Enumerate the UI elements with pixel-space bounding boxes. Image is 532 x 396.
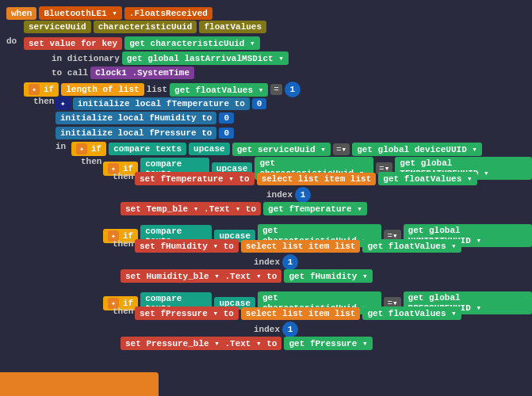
init-pressure-row[interactable]: initialize local fPressure to 0 [55,127,234,139]
list-label: list [147,85,167,94]
do-keyword: do [6,36,17,46]
init-humidity-row[interactable]: initialize local fHumidity to 0 [55,112,234,124]
if-service-block[interactable]: ✦ if [71,142,106,156]
then-pressure-label-row: then [113,307,133,316]
init-temp-icon: ✦ [55,97,71,110]
set-temp-ble-row[interactable]: set Temp_ble ▾ .Text ▾ to get fTemperatu… [121,202,367,215]
then-temp-label: then [113,172,133,181]
index-temp-value[interactable]: 1 [295,187,311,203]
get-float-values-temp[interactable]: get floatValues ▾ [378,172,477,185]
then-service-uuid: then [81,157,101,166]
set-humidity-ble-block[interactable]: set Humidity_ble ▾ .Text ▾ to [121,269,281,283]
eq-operator: = [270,84,282,95]
upcase-1[interactable]: upcase [189,143,230,155]
then-humidity-label: then [113,239,133,249]
get-characteristic-uuid[interactable]: get characteristicUuid ▾ [124,36,259,50]
outer-then-row: then [33,97,54,106]
init-pressure-block[interactable]: initialize local fPressure to [55,127,216,139]
index-humidity-label: index [254,257,280,267]
in-keyword: in [55,142,66,151]
when-keyword: when [6,7,36,20]
get-float-values-outer[interactable]: get floatValues ▾ [170,83,268,97]
set-fhumidity-row[interactable]: set fHumidity ▾ to select list item list… [135,239,461,253]
set-pressure-ble-block[interactable]: set Pressure_ble ▾ .Text ▾ to [121,337,281,350]
then-pressure-label: then [113,307,133,316]
index-humidity-value[interactable]: 1 [282,254,298,270]
select-list-item-temp[interactable]: select list item list [257,173,377,185]
pressure-zero[interactable]: 0 [219,128,234,139]
set-ftemp-block[interactable]: set fTemperature ▾ to [135,172,255,185]
bluetooth-component[interactable]: BluetoothLE1 ▾ [39,6,121,20]
set-ftemp-row[interactable]: set fTemperature ▾ to select list item l… [135,172,477,185]
length-of-list[interactable]: length of list [61,83,144,96]
set-fhumidity-block[interactable]: set fHumidity ▾ to [135,239,239,253]
get-service-uuid[interactable]: get serviceUuid ▾ [232,143,331,156]
then-temp-label-row: then [113,172,133,181]
index-temp-label: index [266,190,293,200]
set-pressure-ble-row[interactable]: set Pressure_ble ▾ .Text ▾ to get fPress… [121,337,373,350]
param-service-uuid[interactable]: serviceUuid [24,21,91,33]
select-list-item-humidity[interactable]: select list item list [241,240,361,253]
get-float-values-humidity[interactable]: get floatValues ▾ [362,239,461,253]
bottom-close-block [0,372,159,396]
clock-system-time[interactable]: Clock1 .SystemTime [90,67,194,79]
get-fpressure-block[interactable]: get fPressure ▾ [284,337,372,350]
to-call-row[interactable]: to call Clock1 .SystemTime [52,67,194,79]
do-row: do [6,36,17,46]
floats-received-event[interactable]: .FloatsReceived [124,7,212,20]
set-temp-ble-block[interactable]: set Temp_ble ▾ .Text ▾ to [121,202,261,215]
index-pressure-label: index [254,325,280,334]
get-fhumidity-block[interactable]: get fHumidity ▾ [284,269,372,283]
outer-if-block[interactable]: ✦ if [24,82,59,97]
index-humidity-row: index 1 [254,254,298,270]
in-dictionary-label: in dictionary [52,54,120,63]
to-label: to call [52,68,88,78]
get-float-values-pressure[interactable]: get floatValues ▾ [362,307,461,320]
get-device-uuid[interactable]: get global deviceUUID ▾ [352,143,482,156]
set-fpressure-row[interactable]: set fPressure ▾ to select list item list… [135,307,461,320]
init-temp-row[interactable]: ✦ initialize local fTemperature to 0 [55,97,266,110]
param-characteristic-uuid[interactable]: characteristicUuid [94,21,197,33]
set-value-row[interactable]: set value for key get characteristicUuid… [24,36,260,50]
then-humidity-label-row: then [113,239,133,249]
select-list-item-pressure[interactable]: select list item list [241,307,361,320]
set-humidity-ble-row[interactable]: set Humidity_ble ▾ .Text ▾ to get fHumid… [121,269,373,283]
number-1[interactable]: 1 [285,82,300,97]
set-value-key-block[interactable]: set value for key [24,37,122,50]
in-dictionary-row: in dictionary get global lastArrivalMSDi… [52,51,289,65]
params-row: serviceUuid characteristicUuid floatValu… [24,21,266,33]
outer-if-row[interactable]: ✦ if length of list list get floatValues… [24,82,300,97]
init-humidity-block[interactable]: initialize local fHumidity to [55,112,216,124]
param-float-values[interactable]: floatValues [199,21,266,33]
init-temp-block[interactable]: initialize local fTemperature to [73,97,250,110]
index-pressure-row: index 1 [254,322,298,337]
set-fpressure-block[interactable]: set fPressure ▾ to [135,307,239,320]
if-service-uuid-row[interactable]: ✦ if compare texts upcase get serviceUui… [71,142,482,156]
temp-zero[interactable]: 0 [252,98,267,109]
eq-1: =▾ [333,143,350,155]
index-pressure-value[interactable]: 1 [282,322,298,337]
index-temp-row: index 1 [266,187,311,203]
then-service-label: then [81,157,101,166]
get-last-arrival[interactable]: get global lastArrivalMSDict ▾ [122,51,289,65]
in-row: in [55,142,66,151]
when-block[interactable]: when BluetoothLE1 ▾ .FloatsReceived [6,6,212,20]
compare-texts-1[interactable]: compare texts [109,143,186,155]
humidity-zero[interactable]: 0 [219,112,234,124]
outer-then-keyword: then [33,97,54,106]
get-ftemp-block[interactable]: get fTemperature ▾ [263,202,367,215]
